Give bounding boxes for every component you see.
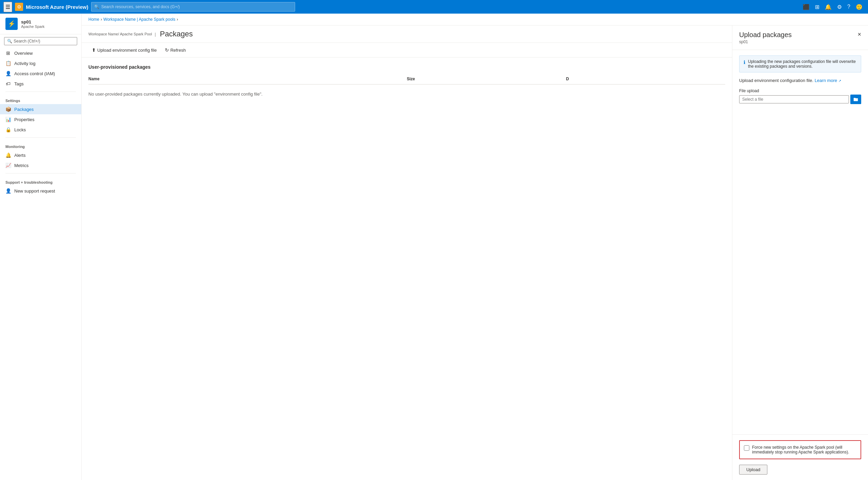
cloud-shell-button[interactable]: ⬛ bbox=[801, 2, 812, 12]
external-link-icon: ↗ bbox=[838, 79, 841, 83]
col-name: Name bbox=[88, 77, 407, 81]
resource-breadcrumb-detail: Workspace Name/ Apache Spark Pool bbox=[88, 32, 152, 36]
content-area: User-provisioned packages Name Size D No… bbox=[82, 57, 732, 480]
file-input[interactable] bbox=[739, 95, 849, 103]
topbar: ☰ ⚙ Microsoft Azure (Preview) 🔍 Search r… bbox=[0, 0, 868, 14]
section-title: User-provisioned packages bbox=[88, 64, 725, 70]
global-search-input[interactable]: 🔍 Search resources, services, and docs (… bbox=[91, 2, 295, 12]
sidebar-divider-3 bbox=[5, 173, 76, 173]
sidebar-search[interactable]: 🔍 Search (Ctrl+/) bbox=[4, 37, 77, 45]
main-content: Workspace Name/ Apache Spark Pool | Pack… bbox=[82, 26, 732, 480]
azure-logo: ⚙ bbox=[15, 3, 23, 11]
sidebar-item-metrics[interactable]: 📈 Metrics bbox=[0, 160, 81, 170]
sidebar-item-overview[interactable]: ⊞ Overview bbox=[0, 48, 81, 58]
right-panel: Upload packages sp01 × ℹ Uploading the n… bbox=[732, 26, 868, 480]
overview-icon: ⊞ bbox=[5, 50, 11, 56]
sidebar-item-activity-log[interactable]: 📋 Activity log bbox=[0, 58, 81, 68]
right-panel-title: Upload packages bbox=[739, 31, 792, 39]
sidebar-item-locks[interactable]: 🔒 Locks bbox=[0, 125, 81, 135]
right-panel-header: Upload packages sp01 × bbox=[732, 26, 868, 50]
packages-icon: 📦 bbox=[5, 106, 11, 112]
info-icon: ℹ bbox=[744, 60, 745, 69]
activity-log-icon: 📋 bbox=[5, 61, 11, 66]
sidebar-item-support-request[interactable]: 👤 New support request bbox=[0, 186, 81, 196]
force-settings-label: Force new settings on the Apache Spark p… bbox=[752, 445, 856, 454]
refresh-icon: ↻ bbox=[165, 47, 169, 53]
force-settings-box: Force new settings on the Apache Spark p… bbox=[739, 440, 861, 459]
alerts-icon: 🔔 bbox=[5, 152, 11, 158]
file-upload-row bbox=[739, 95, 861, 104]
right-panel-footer: Force new settings on the Apache Spark p… bbox=[732, 434, 868, 480]
info-box: ℹ Uploading the new packages configurati… bbox=[739, 55, 861, 72]
learn-more-link[interactable]: Learn more ↗ bbox=[815, 78, 841, 83]
sidebar: ⚡ sp01 Apache Spark 🔍 Search (Ctrl+/) ⊞ … bbox=[0, 14, 82, 480]
upload-env-config-section: Upload environment configuration file. L… bbox=[739, 78, 861, 83]
upload-button[interactable]: Upload bbox=[739, 465, 767, 475]
topbar-icons: ⬛ ⊞ 🔔 ⚙ ? 🙂 bbox=[801, 2, 865, 12]
breadcrumb: Home › Workspace Name | Apache Spark poo… bbox=[82, 14, 868, 26]
sidebar-item-properties[interactable]: 📊 Properties bbox=[0, 114, 81, 125]
sidebar-divider-2 bbox=[5, 137, 76, 138]
toolbar: ⬆ Upload environment config file ↻ Refre… bbox=[82, 43, 732, 57]
force-settings-checkbox[interactable] bbox=[744, 445, 749, 451]
col-size: Size bbox=[407, 77, 566, 81]
sidebar-item-tags[interactable]: 🏷 Tags bbox=[0, 79, 81, 89]
hamburger-menu-button[interactable]: ☰ bbox=[3, 2, 12, 12]
tags-icon: 🏷 bbox=[5, 81, 11, 86]
notifications-button[interactable]: 🔔 bbox=[823, 2, 834, 12]
page-header: Workspace Name/ Apache Spark Pool | Pack… bbox=[82, 26, 732, 43]
file-upload-label: File upload bbox=[739, 88, 861, 93]
sidebar-item-access-control[interactable]: 👤 Access control (IAM) bbox=[0, 68, 81, 79]
breadcrumb-home[interactable]: Home bbox=[88, 17, 99, 22]
support-icon: 👤 bbox=[5, 188, 11, 194]
directory-button[interactable]: ⊞ bbox=[813, 2, 821, 12]
app-title: Microsoft Azure (Preview) bbox=[26, 4, 88, 10]
resource-subtitle: Apache Spark bbox=[21, 24, 45, 29]
refresh-button[interactable]: ↻ Refresh bbox=[161, 46, 189, 54]
folder-icon bbox=[853, 97, 858, 102]
monitoring-section-label: Monitoring bbox=[0, 140, 81, 150]
sidebar-item-alerts[interactable]: 🔔 Alerts bbox=[0, 150, 81, 160]
settings-section-label: Settings bbox=[0, 95, 81, 104]
right-panel-subtitle: sp01 bbox=[739, 39, 792, 44]
support-section-label: Support + troubleshooting bbox=[0, 176, 81, 186]
search-icon: 🔍 bbox=[94, 4, 99, 9]
file-browse-button[interactable] bbox=[850, 95, 861, 104]
file-upload-section: File upload bbox=[739, 88, 861, 104]
help-button[interactable]: ? bbox=[845, 2, 852, 12]
col-d: D bbox=[566, 77, 725, 81]
resource-name: sp01 bbox=[21, 19, 45, 24]
resource-icon: ⚡ bbox=[5, 18, 18, 30]
resource-header: ⚡ sp01 Apache Spark bbox=[0, 14, 81, 34]
upload-icon: ⬆ bbox=[92, 47, 96, 53]
access-control-icon: 👤 bbox=[5, 71, 11, 76]
table-header: Name Size D bbox=[88, 74, 725, 85]
metrics-icon: 📈 bbox=[5, 163, 11, 168]
table-empty-message: No user-provided packages currently uplo… bbox=[88, 85, 725, 103]
settings-button[interactable]: ⚙ bbox=[835, 2, 844, 12]
breadcrumb-workspace[interactable]: Workspace Name | Apache Spark pools bbox=[103, 17, 175, 22]
locks-icon: 🔒 bbox=[5, 127, 11, 132]
sidebar-divider-1 bbox=[5, 92, 76, 92]
page-title: Packages bbox=[160, 30, 193, 38]
force-settings-row: Force new settings on the Apache Spark p… bbox=[744, 445, 856, 454]
feedback-button[interactable]: 🙂 bbox=[854, 2, 865, 12]
upload-env-config-button[interactable]: ⬆ Upload environment config file bbox=[88, 46, 160, 54]
properties-icon: 📊 bbox=[5, 117, 11, 122]
search-icon: 🔍 bbox=[7, 39, 12, 44]
sidebar-item-packages[interactable]: 📦 Packages bbox=[0, 104, 81, 114]
close-panel-button[interactable]: × bbox=[857, 31, 861, 38]
right-panel-body: ℹ Uploading the new packages configurati… bbox=[732, 50, 868, 434]
sidebar-nav: ⊞ Overview 📋 Activity log 👤 Access contr… bbox=[0, 48, 81, 480]
